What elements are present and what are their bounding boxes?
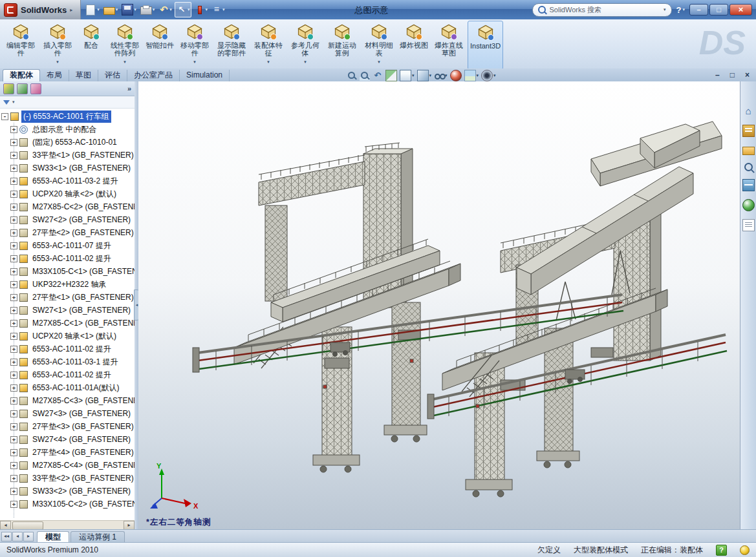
filter-dropdown-arrow[interactable]: ▾ xyxy=(12,100,15,105)
zoom-area-icon[interactable] xyxy=(360,70,370,81)
help-button[interactable]: ? xyxy=(676,5,685,15)
tree-item[interactable]: + UKP322+H2322 轴承 xyxy=(0,278,135,291)
save-button[interactable] xyxy=(120,3,138,17)
instant3d-button[interactable]: Instant3D xyxy=(468,21,503,70)
tree-item[interactable]: - (-) 6553-AC-1001 行车组 xyxy=(0,110,135,123)
tab-motion-study-1[interactable]: 运动算例 1 xyxy=(70,531,125,543)
tree-item[interactable]: + M27X85-C<3> (GB_FASTENER) xyxy=(0,394,135,407)
scrollbar-thumb[interactable] xyxy=(12,521,43,530)
expand-toggle[interactable]: + xyxy=(10,294,17,301)
zoom-fit-icon[interactable] xyxy=(347,70,357,81)
expand-toggle[interactable]: + xyxy=(10,372,17,379)
tree-item[interactable]: + 6553-AC-1011-03-1 提升 xyxy=(0,355,135,368)
tree-item[interactable]: + SW27<1> (GB_FASTENER) xyxy=(0,304,135,317)
search-icon[interactable] xyxy=(744,163,753,171)
section-view-icon[interactable] xyxy=(385,70,397,81)
hide-show-items-icon[interactable] xyxy=(434,70,444,81)
tab-layout[interactable]: 布局 xyxy=(40,70,69,81)
expand-toggle[interactable]: + xyxy=(10,397,17,405)
graphics-viewport[interactable]: Y X *左右二等角轴测 xyxy=(138,81,740,530)
undo-button[interactable] xyxy=(157,3,173,17)
tree-item[interactable]: + M27X85-C<1> (GB_FASTENER) xyxy=(0,317,135,330)
tree-item[interactable]: + 6553-AC-1011-02 提升 xyxy=(0,342,135,355)
tree-item[interactable]: + 27平垫<4> (GB_FASTENER) xyxy=(0,446,135,459)
expand-toggle[interactable]: + xyxy=(10,410,17,417)
scroll-next-icon[interactable]: ▸ xyxy=(23,532,34,541)
tab-evaluate[interactable]: 评估 xyxy=(98,70,127,81)
tree-item[interactable]: + 27平垫<2> (GB_FASTENER) xyxy=(0,226,135,239)
expand-toggle[interactable]: + xyxy=(10,152,17,159)
expand-toggle[interactable]: + xyxy=(10,126,17,133)
tree-item[interactable]: + 6553-AC-1011-02 提升 xyxy=(0,252,135,265)
edit-appearance-icon[interactable] xyxy=(450,70,462,81)
insert-component-button[interactable]: 插入零部件 xyxy=(39,21,76,70)
model-3d-view[interactable] xyxy=(138,81,740,530)
expand-toggle[interactable]: + xyxy=(10,307,17,314)
design-library-icon[interactable] xyxy=(742,125,755,137)
expand-toggle[interactable]: + xyxy=(10,281,17,288)
expand-toggle[interactable]: + xyxy=(10,191,17,198)
tree-item[interactable]: + SW27<4> (GB_FASTENER) xyxy=(0,433,135,446)
tree-item[interactable]: + 6553-AC-1011-02 提升 xyxy=(0,368,135,381)
display-style-icon[interactable] xyxy=(417,70,429,81)
tree-item[interactable]: + SW33<2> (GB_FASTENER) xyxy=(0,485,135,498)
featuremanager-tree-icon[interactable] xyxy=(3,83,14,94)
quick-tips-help-icon[interactable]: ? xyxy=(716,545,727,556)
open-button[interactable] xyxy=(102,3,120,17)
maximize-button[interactable] xyxy=(709,4,728,16)
appearances-icon[interactable] xyxy=(742,199,755,211)
menu-expand-arrow[interactable]: ▸ xyxy=(70,7,72,13)
tab-office-products[interactable]: 办公室产品 xyxy=(127,70,180,81)
expand-toggle[interactable]: + xyxy=(10,462,17,469)
expand-toggle[interactable]: + xyxy=(10,255,17,262)
tree-item[interactable]: + 6553-AC-1011-07 提升 xyxy=(0,239,135,252)
new-document-button[interactable] xyxy=(83,3,101,17)
view-palette-icon[interactable] xyxy=(742,179,755,191)
tree-item[interactable]: + UCPX20 轴承<2> (默认) xyxy=(0,187,135,200)
propertymanager-tab-icon[interactable] xyxy=(17,83,28,94)
new-motion-study-button[interactable]: 新建运动算例 xyxy=(324,21,360,70)
bill-of-materials-button[interactable]: 材料明细表 xyxy=(361,21,397,70)
tree-item[interactable]: + SW27<2> (GB_FASTENER) xyxy=(0,213,135,226)
expand-toggle[interactable]: + xyxy=(10,178,17,185)
expand-toggle[interactable]: + xyxy=(10,449,17,456)
tree-item[interactable]: + 6553-AC-1011-03-2 提升 xyxy=(0,174,135,187)
document-close-button[interactable] xyxy=(745,70,750,79)
expand-toggle[interactable]: - xyxy=(1,113,8,120)
expand-toggle[interactable]: + xyxy=(10,346,17,353)
close-button[interactable] xyxy=(729,4,752,16)
expand-toggle[interactable]: + xyxy=(10,216,17,224)
expand-toggle[interactable]: + xyxy=(10,488,17,495)
expand-toggle[interactable]: + xyxy=(10,204,17,211)
tree-item[interactable]: + M27X85-C<2> (GB_FASTENER) xyxy=(0,200,135,213)
exploded-view-button[interactable]: 爆炸视图 xyxy=(398,21,430,70)
configurationmanager-tab-icon[interactable] xyxy=(30,83,41,94)
expand-toggle[interactable]: + xyxy=(10,165,17,172)
tree-item[interactable]: + UCPX20 轴承<1> (默认) xyxy=(0,330,135,342)
tree-item[interactable]: + M33X105-C<2> (GB_FASTENER) xyxy=(0,498,135,510)
apply-scene-icon[interactable] xyxy=(464,70,476,81)
tree-item[interactable]: + 33平垫<2> (GB_FASTENER) xyxy=(0,472,135,485)
tree-item[interactable]: + (固定) 6553-AC-1010-01 xyxy=(0,136,135,149)
tree-item[interactable]: + 总图示意 中的配合 xyxy=(0,123,135,136)
tab-sketch[interactable]: 草图 xyxy=(69,70,98,81)
expand-toggle[interactable]: + xyxy=(10,333,17,340)
expand-toggle[interactable]: + xyxy=(10,139,17,146)
tree-item[interactable]: + 27平垫<3> (GB_FASTENER) xyxy=(0,420,135,433)
tree-item[interactable]: + 6553-AC-1011-01A(默认) xyxy=(0,381,135,394)
show-hidden-components-button[interactable]: 显示隐藏的零部件 xyxy=(213,21,250,70)
document-restore-button[interactable] xyxy=(730,70,735,79)
expand-toggle[interactable]: + xyxy=(10,423,17,430)
expand-toggle[interactable]: + xyxy=(10,268,17,275)
edit-component-button[interactable]: 编辑零部件 xyxy=(3,21,39,70)
tree-item[interactable]: + SW33<1> (GB_FASTENER) xyxy=(0,162,135,174)
assembly-features-button[interactable]: 装配体特征 xyxy=(250,21,286,70)
expand-toggle[interactable]: + xyxy=(10,242,17,249)
select-button[interactable] xyxy=(175,2,192,17)
view-settings-icon[interactable] xyxy=(481,70,493,81)
tab-simulation[interactable]: Simulation xyxy=(180,70,230,81)
expand-toggle[interactable]: + xyxy=(10,501,17,508)
expand-toggle[interactable]: + xyxy=(10,384,17,392)
tree-item[interactable]: + 33平垫<1> (GB_FASTENER) xyxy=(0,149,135,162)
rebuild-button[interactable] xyxy=(193,3,209,17)
